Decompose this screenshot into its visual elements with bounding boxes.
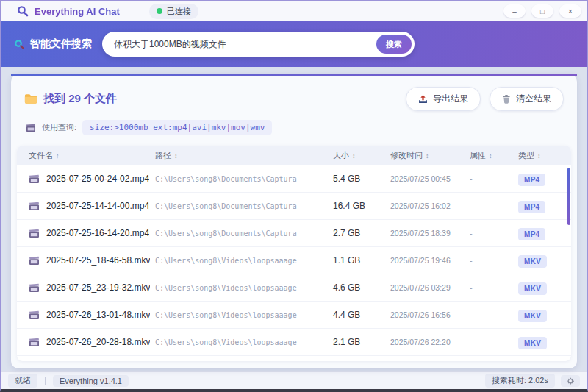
video-file-icon	[29, 256, 40, 266]
vertical-scrollbar-thumb[interactable]	[567, 168, 570, 225]
export-results-button[interactable]: 导出结果	[406, 87, 481, 111]
file-modified: 2025/07/25 19:46	[390, 256, 470, 265]
sort-icon: ↕	[537, 152, 541, 160]
version-badge: Everything v1.4.1	[53, 375, 129, 387]
file-type-badge: MKV	[518, 255, 547, 268]
file-name: 2025-07-25_23-19-32.mkv	[46, 282, 150, 293]
smart-search-section: 智能文件搜索 搜索	[1, 21, 587, 67]
results-header: 找到 29 个文件 导出结果	[11, 76, 577, 114]
video-file-icon	[29, 202, 40, 211]
file-name: 2025-07-26_13-01-48.mkv	[46, 310, 150, 320]
file-type-badge: MKV	[518, 310, 547, 322]
sort-icon: ↕	[352, 152, 356, 160]
export-results-label: 导出结果	[433, 93, 468, 105]
file-size: 4.6 GB	[333, 282, 390, 293]
file-attributes: -	[470, 174, 518, 183]
file-attributes: -	[470, 338, 518, 346]
settings-button[interactable]	[561, 375, 580, 387]
query-value-chip: size:>1000mb ext:mp4|avi|mkv|mov|wmv	[82, 120, 272, 135]
maximize-button[interactable]: □	[531, 4, 553, 18]
column-header-path[interactable]: 路径↕	[155, 150, 333, 161]
video-file-icon	[29, 174, 40, 184]
table-row[interactable]: 2025-07-26_13-01-48.mkv C:\Users\song8\V…	[17, 302, 571, 329]
table-row[interactable]: 2025-07-25_18-46-58.mkv C:\Users\song8\V…	[17, 247, 571, 274]
close-button[interactable]: ×	[559, 4, 581, 18]
export-icon	[418, 94, 428, 104]
file-type-badge: MP4	[518, 201, 545, 213]
table-row[interactable]: 2025-07-25-16-14-20.mp4 C:\Users\song8\D…	[17, 220, 571, 247]
status-ready-text: 就绪	[8, 374, 37, 388]
file-path: C:\Users\song8\Documents\Captura	[155, 202, 333, 210]
folder-icon	[24, 93, 37, 104]
column-header-type[interactable]: 类型↕	[518, 150, 571, 161]
status-bar: 就绪 Everything v1.4.1 搜索耗时: 2.02s	[1, 371, 587, 389]
main-area: 找到 29 个文件 导出结果	[1, 67, 587, 371]
file-attributes: -	[470, 229, 518, 238]
file-modified: 2025/07/25 16:02	[390, 202, 470, 210]
connection-status-badge: 已连接	[149, 4, 198, 19]
app-window: Everything AI Chat 已连接 – □ × 智能文件搜索 搜索	[0, 0, 588, 392]
column-header-modified[interactable]: 修改时间↕	[390, 150, 470, 161]
gear-icon	[566, 377, 575, 385]
table-header-row: 文件名↑ 路径↕ 大小↕ 修改时间↕ 属性↕ 类型↕	[17, 146, 571, 165]
column-header-filename[interactable]: 文件名↑	[17, 150, 155, 161]
file-path: C:\Users\song8\Videos\loopsaaage	[155, 284, 333, 292]
file-size: 16.4 GB	[333, 201, 390, 211]
search-button[interactable]: 搜索	[376, 35, 412, 54]
file-size: 4.4 GB	[333, 310, 390, 320]
title-bar: Everything AI Chat 已连接 – □ ×	[1, 1, 587, 21]
file-attributes: -	[470, 256, 518, 265]
clear-results-label: 清空结果	[516, 93, 551, 105]
file-name: 2025-07-26_20-28-18.mkv	[46, 337, 150, 347]
query-label: 使用查询:	[42, 122, 76, 133]
file-path: C:\Users\song8\Videos\loopsaaage	[155, 338, 333, 346]
results-table: 文件名↑ 路径↕ 大小↕ 修改时间↕ 属性↕ 类型↕	[17, 146, 571, 361]
file-type-badge: MP4	[518, 228, 545, 240]
app-title: Everything AI Chat	[35, 6, 120, 17]
file-path: C:\Users\song8\Documents\Captura	[155, 175, 333, 183]
file-modified: 2025/07/26 22:20	[390, 338, 470, 346]
file-name: 2025-07-25-16-14-20.mp4	[46, 228, 149, 238]
table-row[interactable]: 2025-07-25-14-14-00.mp4 C:\Users\song8\D…	[17, 193, 571, 220]
sort-icon: ↕	[426, 152, 429, 160]
file-type-badge: MP4	[518, 174, 545, 186]
video-file-icon	[29, 310, 40, 320]
file-name: 2025-07-25_18-46-58.mkv	[46, 255, 150, 266]
search-icon	[14, 39, 25, 50]
trash-icon	[502, 94, 511, 104]
table-row[interactable]: 2025-07-26_20-28-18.mkv C:\Users\song8\V…	[17, 329, 571, 356]
file-path: C:\Users\song8\Documents\Captura	[155, 229, 333, 238]
file-type-badge: MKV	[518, 282, 547, 295]
file-modified: 2025/07/26 16:56	[390, 310, 470, 319]
sort-icon: ↕	[174, 152, 178, 160]
column-header-attributes[interactable]: 属性↕	[470, 150, 518, 161]
query-row: 使用查询: size:>1000mb ext:mp4|avi|mkv|mov|w…	[11, 114, 577, 137]
table-row[interactable]: 2025-07-25_23-19-32.mkv C:\Users\song8\V…	[17, 274, 571, 302]
search-input[interactable]	[102, 32, 415, 57]
column-header-size[interactable]: 大小↕	[333, 150, 390, 161]
table-body: 2025-07-25-00-24-02.mp4 C:\Users\song8\D…	[17, 165, 571, 356]
clear-results-button[interactable]: 清空结果	[490, 87, 564, 111]
minimize-button[interactable]: –	[503, 4, 526, 18]
file-attributes: -	[470, 283, 518, 292]
file-name: 2025-07-25-00-24-02.mp4	[46, 174, 149, 184]
file-modified: 2025/07/25 00:45	[390, 174, 470, 183]
found-count-text: 找到 29 个文件	[43, 92, 117, 106]
file-size: 2.1 GB	[333, 337, 390, 347]
video-file-icon	[29, 283, 40, 293]
smart-search-label: 智能文件搜索	[30, 38, 92, 51]
file-attributes: -	[470, 310, 518, 319]
status-divider	[45, 377, 46, 385]
video-file-icon	[29, 338, 40, 347]
connection-status-label: 已连接	[167, 6, 191, 17]
file-path: C:\Users\song8\Videos\loopsaaage	[155, 257, 333, 265]
connected-dot-icon	[157, 8, 162, 14]
file-modified: 2025/07/26 03:29	[390, 283, 470, 292]
results-card: 找到 29 个文件 导出结果	[11, 74, 577, 368]
file-type-badge: MKV	[518, 337, 547, 349]
file-name: 2025-07-25-14-14-00.mp4	[46, 201, 149, 211]
sort-icon: ↕	[489, 152, 492, 160]
table-row[interactable]: 2025-07-25-00-24-02.mp4 C:\Users\song8\D…	[17, 165, 571, 193]
file-size: 5.4 GB	[333, 174, 390, 184]
video-file-icon	[29, 229, 40, 238]
